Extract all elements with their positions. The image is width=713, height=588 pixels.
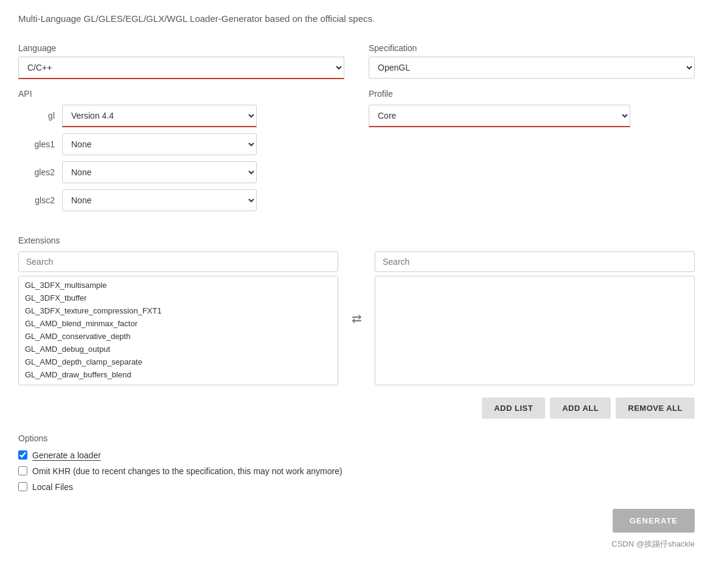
list-item[interactable]: GL_AMD_draw_buffers_blend bbox=[19, 368, 338, 381]
generate-loader-label[interactable]: Generate a loader bbox=[32, 450, 101, 460]
list-item[interactable]: GL_3DFX_tbuffer bbox=[19, 292, 338, 304]
add-all-button[interactable]: ADD ALL bbox=[550, 397, 611, 419]
extensions-label: Extensions bbox=[18, 236, 695, 245]
description-text: Multi-Language GL/GLES/EGL/GLX/WGL Loade… bbox=[18, 12, 695, 26]
specification-label: Specification bbox=[369, 43, 695, 53]
generate-button[interactable]: GENERATE bbox=[613, 509, 695, 533]
extensions-left-list[interactable]: GL_3DFX_multisample GL_3DFX_tbuffer GL_3… bbox=[18, 276, 338, 385]
profile-select[interactable]: Core Compatibility bbox=[369, 105, 630, 127]
extensions-left-search[interactable] bbox=[18, 251, 338, 272]
footer-text: CSDN @挨踢仔shackle bbox=[18, 539, 695, 550]
language-select[interactable]: C/C++ D Nim Pascal Volt bbox=[18, 57, 344, 79]
list-item[interactable]: GL_AMD_debug_output bbox=[19, 343, 338, 355]
api-gles1-sublabel: gles1 bbox=[18, 139, 55, 149]
api-gles2-select[interactable]: None Version 2.0 Version 3.0 Version 3.1… bbox=[62, 161, 257, 183]
profile-label: Profile bbox=[369, 89, 695, 99]
local-files-checkbox[interactable] bbox=[18, 482, 27, 491]
specification-select[interactable]: OpenGL OpenGL ES EGL GLX WGL bbox=[369, 57, 695, 79]
api-gl-sublabel: gl bbox=[18, 111, 55, 121]
api-label: API bbox=[18, 89, 344, 99]
extensions-right-search[interactable] bbox=[375, 251, 695, 272]
list-item[interactable]: GL_AMD_conservative_depth bbox=[19, 330, 338, 343]
api-gles1-select[interactable]: None Version 1.0 bbox=[62, 133, 257, 155]
local-files-label[interactable]: Local Files bbox=[32, 482, 73, 492]
options-label: Options bbox=[18, 433, 695, 443]
list-item[interactable]: GL_3DFX_multisample bbox=[19, 279, 338, 292]
list-item[interactable]: GL_3DFX_texture_compression_FXT1 bbox=[19, 304, 338, 317]
api-glsc2-select[interactable]: None Version 2.0 bbox=[62, 189, 257, 211]
remove-all-button[interactable]: REMOVE ALL bbox=[616, 397, 695, 419]
omit-khr-checkbox[interactable] bbox=[18, 466, 27, 475]
api-gles2-sublabel: gles2 bbox=[18, 167, 55, 177]
list-item[interactable]: GL_AMD_framebuffer_multisample_advanced bbox=[19, 381, 338, 385]
list-item[interactable]: GL_AMD_blend_minmax_factor bbox=[19, 317, 338, 330]
language-label: Language bbox=[18, 43, 344, 53]
api-glsc2-sublabel: glsc2 bbox=[18, 195, 55, 205]
omit-khr-label[interactable]: Omit KHR (due to recent changes to the s… bbox=[32, 466, 343, 476]
add-list-button[interactable]: ADD LIST bbox=[482, 397, 545, 419]
api-gl-select[interactable]: None Version 1.0 Version 1.1 Version 1.2… bbox=[62, 105, 257, 127]
generate-loader-checkbox[interactable] bbox=[18, 450, 27, 460]
extensions-right-list bbox=[375, 276, 695, 385]
transfer-arrows-icon[interactable]: ⇄ bbox=[352, 311, 362, 326]
list-item[interactable]: GL_AMD_depth_clamp_separate bbox=[19, 355, 338, 368]
